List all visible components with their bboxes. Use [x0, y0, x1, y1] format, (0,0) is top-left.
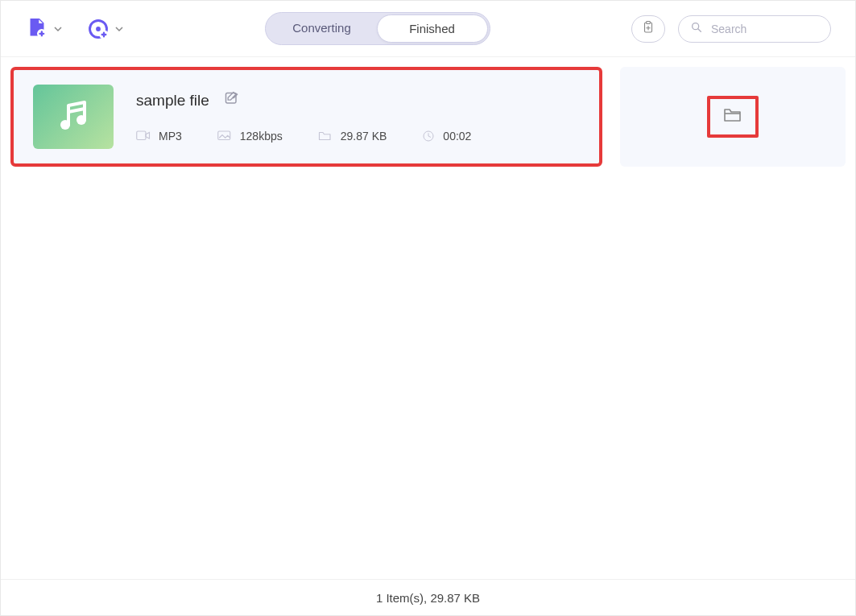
file-row: sample file [10, 67, 846, 167]
clipboard-button[interactable] [631, 15, 665, 43]
header-left [25, 17, 123, 41]
meta-format: MP3 [136, 130, 182, 143]
add-disc-icon [86, 17, 110, 41]
folder-icon [318, 130, 333, 142]
tab-converting[interactable]: Converting [267, 14, 377, 43]
clipboard-icon [641, 20, 655, 38]
meta-size: 29.87 KB [318, 130, 387, 143]
clock-icon [422, 130, 435, 143]
svg-rect-5 [647, 21, 651, 23]
add-file-icon [25, 17, 49, 41]
meta-bitrate: 128kbps [217, 130, 283, 143]
folder-icon [723, 107, 742, 126]
svg-rect-10 [137, 131, 146, 140]
footer: 1 Item(s), 29.87 KB [1, 579, 855, 615]
bitrate-value: 128kbps [240, 130, 283, 143]
file-info: sample file [136, 91, 580, 143]
format-value: MP3 [159, 130, 182, 143]
file-title-row: sample file [136, 91, 580, 110]
file-thumbnail [33, 85, 114, 149]
image-icon [217, 130, 232, 142]
svg-point-6 [693, 23, 699, 29]
tab-finished[interactable]: Finished [377, 14, 488, 43]
search-input[interactable] [711, 23, 819, 35]
svg-point-7 [60, 120, 70, 130]
video-icon [136, 130, 151, 142]
svg-point-8 [77, 115, 86, 125]
music-note-icon [54, 96, 93, 138]
file-card[interactable]: sample file [10, 67, 602, 167]
meta-duration: 00:02 [422, 130, 471, 143]
content: sample file [1, 57, 855, 579]
open-folder-button[interactable] [707, 96, 759, 138]
edit-icon[interactable] [224, 91, 240, 110]
footer-summary: 1 Item(s), 29.87 KB [376, 591, 480, 605]
duration-value: 00:02 [443, 130, 471, 143]
header-right [631, 15, 831, 43]
file-title: sample file [136, 92, 209, 110]
search-box[interactable] [678, 15, 831, 43]
add-file-dropdown[interactable] [25, 17, 62, 41]
add-disc-dropdown[interactable] [86, 17, 123, 41]
tab-switcher: Converting Finished [265, 12, 490, 45]
header: Converting Finished [1, 1, 855, 57]
chevron-down-icon [54, 22, 62, 36]
svg-point-2 [96, 27, 101, 31]
search-icon [690, 21, 703, 37]
side-card [620, 67, 846, 167]
chevron-down-icon [115, 22, 123, 36]
size-value: 29.87 KB [341, 130, 387, 143]
meta-row: MP3 128kbps [136, 130, 580, 143]
